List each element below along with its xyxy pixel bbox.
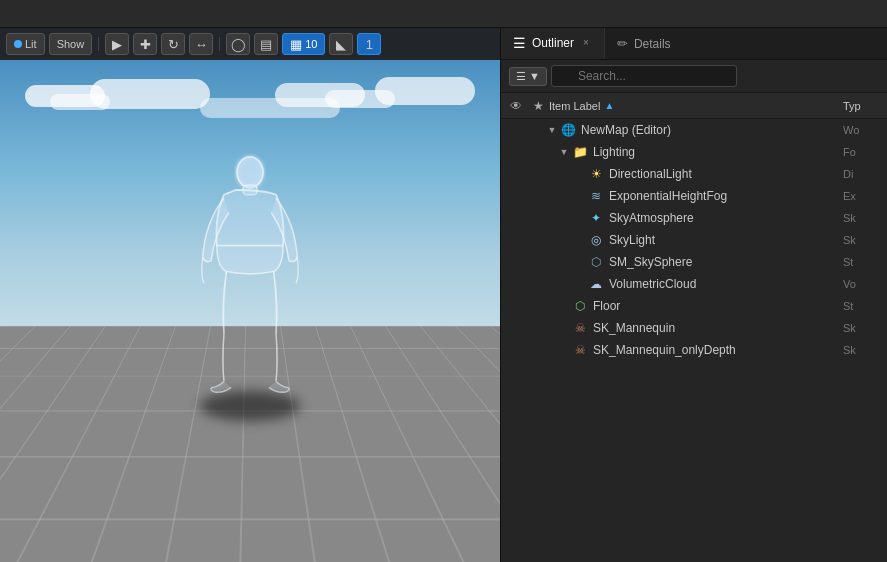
item-name-label: NewMap (Editor)	[581, 123, 843, 137]
separator	[98, 37, 99, 51]
item-type-icon: ⬡	[571, 297, 589, 315]
item-type-label: Sk	[843, 344, 883, 356]
item-type-icon: ⬡	[587, 253, 605, 271]
visibility-col-header: 👁	[505, 99, 527, 113]
scale-num-btn[interactable]: 1	[357, 33, 381, 55]
svg-point-0	[237, 157, 263, 188]
tree-content: ▼ 🌐 NewMap (Editor) Wo ▼ 📁 Lighting Fo ☀…	[501, 119, 887, 562]
grid-num-btn[interactable]: ▦ 10	[282, 33, 325, 55]
show-button[interactable]: Show	[49, 33, 93, 55]
viewport: Lit Show ▶ ✚ ↻ ↔ ◯ ▤ ▦ 10 ◣ 1	[0, 28, 500, 562]
item-type-label: Vo	[843, 278, 883, 290]
details-tab-label: Details	[634, 37, 671, 51]
tree-item[interactable]: ≋ ExponentialHeightFog Ex	[501, 185, 887, 207]
item-name-label: Lighting	[593, 145, 843, 159]
item-type-label: Sk	[843, 212, 883, 224]
panel-tabs: ☰ Outliner × ✏ Details	[501, 28, 887, 60]
tree-item[interactable]: ☠ SK_Mannequin Sk	[501, 317, 887, 339]
select-icon-btn[interactable]: ▶	[105, 33, 129, 55]
column-headers: 👁 ★ Item Label ▲ Typ	[501, 93, 887, 119]
item-name-label: SM_SkySphere	[609, 255, 843, 269]
lit-dot-icon	[14, 40, 22, 48]
item-type-icon: ◎	[587, 231, 605, 249]
tree-item[interactable]: ◎ SkyLight Sk	[501, 229, 887, 251]
tab-outliner[interactable]: ☰ Outliner ×	[501, 28, 605, 59]
item-name-label: SK_Mannequin	[593, 321, 843, 335]
world-icon-btn[interactable]: ◯	[226, 33, 250, 55]
item-type-icon: ✦	[587, 209, 605, 227]
outliner-tab-label: Outliner	[532, 36, 574, 50]
tree-item[interactable]: ☠ SK_Mannequin_onlyDepth Sk	[501, 339, 887, 361]
filter-arrow-icon: ▼	[529, 70, 540, 82]
item-type-label: Sk	[843, 322, 883, 334]
item-type-icon: ☁	[587, 275, 605, 293]
search-input[interactable]	[551, 65, 737, 87]
tree-item[interactable]: ⬡ Floor St	[501, 295, 887, 317]
item-type-icon: ☠	[571, 341, 589, 359]
tree-item[interactable]: ▼ 📁 Lighting Fo	[501, 141, 887, 163]
item-name-label: SkyLight	[609, 233, 843, 247]
item-type-icon: ☀	[587, 165, 605, 183]
item-type-label: St	[843, 256, 883, 268]
item-type-icon: ☠	[571, 319, 589, 337]
item-name-label: SK_Mannequin_onlyDepth	[593, 343, 843, 357]
filter-button[interactable]: ☰ ▼	[509, 67, 547, 86]
separator2	[219, 37, 220, 51]
item-name-label: DirectionalLight	[609, 167, 843, 181]
snap-icon-btn[interactable]: ▤	[254, 33, 278, 55]
filter-icon: ☰	[516, 70, 526, 83]
outliner-panel: ☰ Outliner × ✏ Details ☰ ▼ 🔍 👁 ★	[500, 28, 887, 562]
lit-button[interactable]: Lit	[6, 33, 45, 55]
top-toolbar	[0, 0, 887, 28]
scale-icon-btn[interactable]: ↔	[189, 33, 213, 55]
move-icon-btn[interactable]: ✚	[133, 33, 157, 55]
item-type-label: Wo	[843, 124, 883, 136]
tree-item[interactable]: ⬡ SM_SkySphere St	[501, 251, 887, 273]
item-type-label: Sk	[843, 234, 883, 246]
viewport-toolbar: Lit Show ▶ ✚ ↻ ↔ ◯ ▤ ▦ 10 ◣ 1	[0, 28, 500, 60]
expand-button[interactable]: ▼	[557, 147, 571, 157]
tree-item[interactable]: ✦ SkyAtmosphere Sk	[501, 207, 887, 229]
type-col-header: Typ	[843, 100, 883, 112]
main-area: Lit Show ▶ ✚ ↻ ↔ ◯ ▤ ▦ 10 ◣ 1	[0, 28, 887, 562]
item-name-label: VolumetricCloud	[609, 277, 843, 291]
search-wrapper: 🔍	[551, 65, 879, 87]
rotate-icon-btn[interactable]: ↻	[161, 33, 185, 55]
sort-asc-icon: ▲	[604, 100, 614, 111]
item-type-label: St	[843, 300, 883, 312]
item-name-label: Floor	[593, 299, 843, 313]
tree-item[interactable]: ☁ VolumetricCloud Vo	[501, 273, 887, 295]
tree-item[interactable]: ▼ 🌐 NewMap (Editor) Wo	[501, 119, 887, 141]
item-type-icon: ≋	[587, 187, 605, 205]
item-name-label: SkyAtmosphere	[609, 211, 843, 225]
item-type-icon: 📁	[571, 143, 589, 161]
scene-background	[0, 60, 500, 562]
tab-details[interactable]: ✏ Details	[605, 28, 683, 59]
outliner-tab-close[interactable]: ×	[580, 36, 592, 49]
angle-icon-btn[interactable]: ◣	[329, 33, 353, 55]
scale-num-label: 1	[366, 37, 373, 52]
item-type-icon: 🌐	[559, 121, 577, 139]
pin-col-header: ★	[527, 99, 549, 113]
label-col-header: Item Label ▲	[549, 100, 843, 112]
mannequin-figure	[190, 151, 310, 411]
lit-label: Lit	[25, 38, 37, 50]
expand-button[interactable]: ▼	[545, 125, 559, 135]
item-name-label: ExponentialHeightFog	[609, 189, 843, 203]
show-label: Show	[57, 38, 85, 50]
item-type-label: Di	[843, 168, 883, 180]
tree-item[interactable]: ☀ DirectionalLight Di	[501, 163, 887, 185]
item-type-label: Fo	[843, 146, 883, 158]
search-bar: ☰ ▼ 🔍	[501, 60, 887, 93]
grid-num-label: 10	[305, 38, 317, 50]
item-type-label: Ex	[843, 190, 883, 202]
